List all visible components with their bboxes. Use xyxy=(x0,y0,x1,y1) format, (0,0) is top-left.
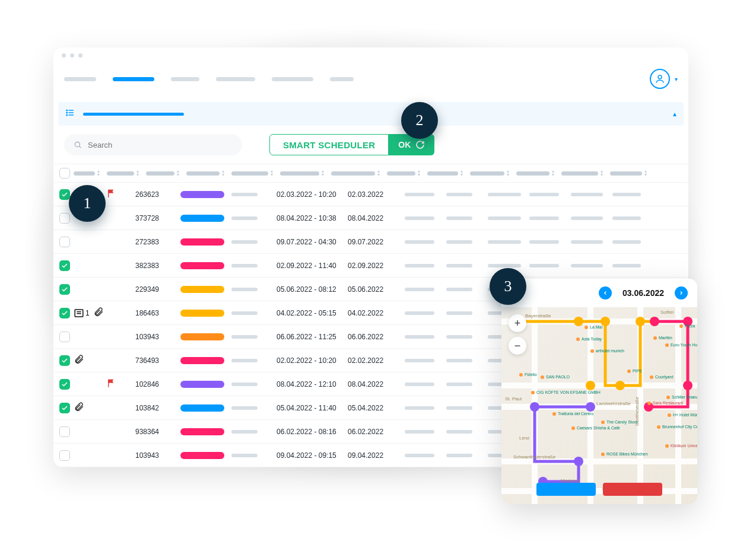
window-dot[interactable] xyxy=(78,53,82,58)
row-checkbox[interactable] xyxy=(59,260,70,271)
placeholder-cell xyxy=(228,454,273,457)
row-checkbox[interactable] xyxy=(59,355,70,366)
column-header[interactable]: ▴▾ xyxy=(331,170,380,177)
attachment-indicator[interactable] xyxy=(74,402,84,414)
row-checkbox[interactable] xyxy=(59,213,70,224)
toolbar: SMART SCHEDULER OK xyxy=(53,126,688,164)
placeholder-cell xyxy=(609,193,650,196)
attachment-icon xyxy=(93,307,103,317)
row-checkbox[interactable] xyxy=(59,284,70,295)
nav-tab[interactable] xyxy=(64,77,96,81)
column-header[interactable]: ▴▾ xyxy=(387,170,420,177)
column-header[interactable]: ▴▾ xyxy=(561,170,603,177)
placeholder-cell xyxy=(228,216,273,220)
placeholder-cell xyxy=(443,454,484,457)
row-checkbox[interactable] xyxy=(59,237,70,247)
collapse-icon[interactable]: ▴ xyxy=(673,110,676,118)
placeholder-cell xyxy=(443,216,484,220)
svg-point-5 xyxy=(66,112,67,113)
window-dot[interactable] xyxy=(62,53,66,58)
annotation-badge-2: 2 xyxy=(401,102,438,139)
user-avatar[interactable] xyxy=(650,69,670,89)
status-cell xyxy=(177,428,228,435)
row-checkbox[interactable] xyxy=(59,308,70,318)
map-canvas[interactable]: Bayerstraße Sofitel St. Paul Landwehrstr… xyxy=(501,307,697,504)
nav-tab[interactable] xyxy=(216,77,255,81)
column-header[interactable]: ▴▾ xyxy=(74,170,100,177)
column-header[interactable]: ▴▾ xyxy=(427,170,463,177)
placeholder-cell xyxy=(443,383,484,386)
legend-item[interactable] xyxy=(603,483,662,496)
datetime-cell: 06.06.2022 - 11:25 xyxy=(273,333,344,341)
user-icon xyxy=(655,74,665,84)
table-row[interactable]: 37372808.04.2022 - 10:3808.04.2022 xyxy=(53,206,688,230)
column-header[interactable]: ▴▾ xyxy=(107,170,139,177)
nav-tab-active[interactable] xyxy=(113,77,154,81)
attachment-indicator[interactable] xyxy=(74,354,84,367)
table-row[interactable]: 26362302.03.2022 - 10:2002.03.2022 xyxy=(53,183,688,206)
flag-indicator[interactable] xyxy=(107,378,116,390)
column-header[interactable]: ▴▾ xyxy=(280,170,324,177)
user-menu-chevron[interactable]: ▾ xyxy=(675,76,678,82)
smart-scheduler-button[interactable]: SMART SCHEDULER xyxy=(269,134,389,155)
search-field[interactable] xyxy=(88,141,233,149)
placeholder-cell xyxy=(401,335,443,339)
map-poi: Klinikum Universit München Augenk und Po… xyxy=(665,444,697,448)
map-street-label: Bayerstraße xyxy=(525,313,551,318)
row-checkbox[interactable] xyxy=(59,450,70,461)
map-poi: Asia Today xyxy=(576,337,602,341)
table-row[interactable]: 27238309.07.2022 - 04:3009.07.2022 xyxy=(53,230,688,254)
map-poi: Schiller Braeu xyxy=(666,395,697,399)
placeholder-cell xyxy=(228,383,273,386)
status-cell xyxy=(177,262,228,269)
column-header[interactable]: ▴▾ xyxy=(231,170,273,177)
row-id: 736493 xyxy=(132,356,177,365)
top-nav: ▾ xyxy=(53,63,688,102)
column-header[interactable]: ▴▾ xyxy=(146,170,179,177)
note-count: 1 xyxy=(85,309,90,317)
status-pill xyxy=(180,428,224,435)
zoom-out-button[interactable]: − xyxy=(509,337,526,355)
placeholder-cell xyxy=(443,311,484,315)
zoom-in-button[interactable]: + xyxy=(509,314,526,332)
column-header[interactable]: ▴▾ xyxy=(610,170,647,177)
table-row[interactable]: 38238302.09.2022 - 11:4002.09.2022 xyxy=(53,254,688,278)
nav-tab[interactable] xyxy=(171,77,199,81)
table-header: ▴▾▴▾▴▾▴▾▴▾▴▾▴▾▴▾▴▾▴▾▴▾▴▾▴▾ xyxy=(53,164,688,183)
row-icons xyxy=(70,354,103,367)
list-icon[interactable] xyxy=(65,108,75,120)
legend-item[interactable] xyxy=(536,483,596,496)
placeholder-cell xyxy=(443,264,484,267)
window-dot[interactable] xyxy=(70,53,74,58)
row-checkbox[interactable] xyxy=(59,426,70,437)
column-header[interactable]: ▴▾ xyxy=(516,170,554,177)
next-date-button[interactable] xyxy=(675,286,688,300)
row-checkbox[interactable] xyxy=(59,403,70,413)
select-all-checkbox[interactable] xyxy=(59,168,70,179)
date-cell: 06.02.2022 xyxy=(344,428,401,436)
note-indicator[interactable]: 1 xyxy=(74,308,90,318)
prev-date-button[interactable] xyxy=(599,286,612,300)
placeholder-cell xyxy=(484,193,526,196)
search-input[interactable] xyxy=(64,134,242,155)
datetime-cell: 05.04.2022 - 11:40 xyxy=(273,404,344,412)
svg-point-28 xyxy=(650,317,659,326)
placeholder-cell xyxy=(484,264,526,267)
map-poi: Caesars Shisha & Café xyxy=(571,426,620,430)
map-poi: H+ Hotel Münch xyxy=(668,413,697,417)
column-header[interactable]: ▴▾ xyxy=(186,170,224,177)
row-icons xyxy=(70,402,103,414)
row-checkbox[interactable] xyxy=(59,332,70,342)
nav-tab[interactable] xyxy=(330,77,354,81)
annotation-badge-3: 3 xyxy=(490,268,526,305)
status-cell xyxy=(177,404,228,412)
row-checkbox[interactable] xyxy=(59,189,70,200)
column-header[interactable]: ▴▾ xyxy=(470,170,509,177)
flag-indicator[interactable] xyxy=(107,189,116,200)
row-checkbox[interactable] xyxy=(59,379,70,390)
attachment-indicator[interactable] xyxy=(93,307,103,319)
date-cell: 04.02.2022 xyxy=(344,309,401,317)
date-cell: 05.06.2022 xyxy=(344,285,401,294)
nav-tab[interactable] xyxy=(272,77,313,81)
row-id: 229349 xyxy=(132,285,177,294)
